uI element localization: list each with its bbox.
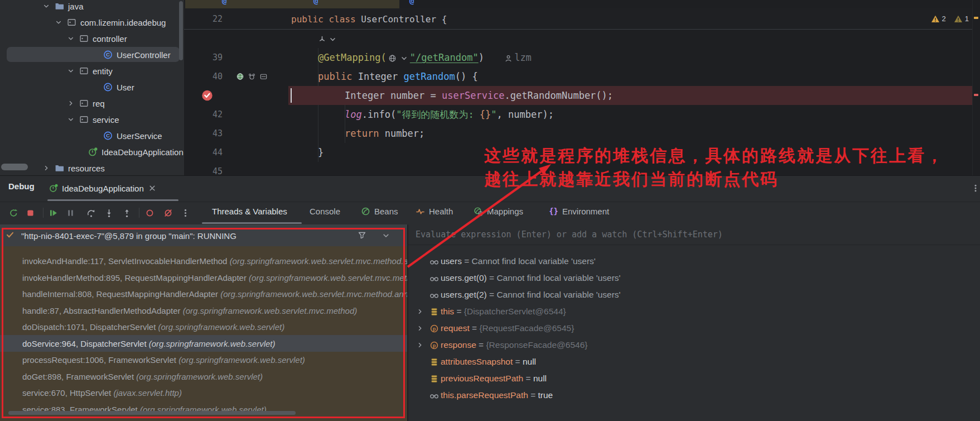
variable-row-previousrequestpath[interactable]: previousRequestPath = null <box>408 370 980 387</box>
tree-item-req[interactable]: req <box>0 95 184 111</box>
code-text: return number; <box>345 128 424 139</box>
filter-icon[interactable] <box>358 231 366 240</box>
stack-frame-row[interactable]: processRequest:1006, FrameworkServlet (o… <box>0 351 407 368</box>
tree-item-usercontroller[interactable]: CUserController <box>0 47 184 62</box>
breakpoint-icon[interactable] <box>201 90 213 102</box>
tree-item-java[interactable]: java <box>0 0 184 13</box>
line-number[interactable]: 44 <box>213 147 229 157</box>
stack-frame-row[interactable]: invokeAndHandle:117, ServletInvocableHan… <box>0 252 407 269</box>
pause-icon[interactable] <box>66 208 75 218</box>
stack-frame-row[interactable]: doService:964, DispatcherServlet (org.sp… <box>0 335 407 352</box>
svg-text:C: C <box>106 84 110 90</box>
tree-item-entity[interactable]: entity <box>0 63 184 78</box>
tree-horizontal-scrollbar[interactable] <box>1 164 28 170</box>
stack-frame-row[interactable]: service:883, FrameworkServlet (org.sprin… <box>0 401 407 418</box>
tree-item-user[interactable]: CUser <box>0 79 184 94</box>
close-icon[interactable] <box>148 184 157 193</box>
svg-text:p: p <box>432 326 436 331</box>
stack-frame-row[interactable]: handleInternal:808, RequestMappingHandle… <box>0 285 407 302</box>
tab-beans[interactable]: Beans <box>361 207 398 216</box>
bean-in-icon[interactable] <box>318 35 326 44</box>
code-token: () { <box>455 71 478 82</box>
editor-scrollbar[interactable] <box>972 0 980 175</box>
variable-row-this[interactable]: this = {DispatcherServlet@6544} <box>408 303 980 320</box>
expand-chevron-icon[interactable] <box>416 341 427 349</box>
frame-signature: invokeHandlerMethod:895, RequestMappingH… <box>22 272 249 282</box>
tree-item-userservice[interactable]: CUserService <box>0 128 184 143</box>
tree-item-com-lizemin-ideadebug[interactable]: com.lizemin.ideadebug <box>0 15 184 30</box>
inspections-widget[interactable]: 2 1 <box>931 15 969 23</box>
chev-down-icon[interactable] <box>42 2 50 10</box>
evaluate-expression-field[interactable]: Evaluate expression (Enter) or add a wat… <box>408 224 980 245</box>
breakpoint-stripe-mark[interactable] <box>974 94 978 96</box>
stack-frame-row[interactable]: service:670, HttpServlet (javax.servlet.… <box>0 384 407 401</box>
tab-health[interactable]: Health <box>416 207 453 216</box>
resume-icon[interactable] <box>49 208 58 218</box>
stop-icon[interactable] <box>26 208 35 218</box>
debug-session-tab[interactable]: IdeaDebugApplication <box>49 179 157 197</box>
line-number[interactable]: 45 <box>213 166 229 175</box>
gconsole-icon[interactable] <box>259 73 268 81</box>
tab-console[interactable]: Console <box>310 207 340 216</box>
code-token: } <box>318 147 324 158</box>
variable-row-request[interactable]: prequest = {RequestFacade@6545} <box>408 320 980 337</box>
step-over-icon[interactable] <box>86 208 96 218</box>
variable-row-this-parserequestpath[interactable]: this.parseRequestPath = true <box>408 387 980 404</box>
tab-mappings[interactable]: Mappings <box>474 207 523 216</box>
warning-stripe-mark[interactable] <box>974 17 978 19</box>
stack-frame-row[interactable]: invokeHandlerMethod:895, RequestMappingH… <box>0 269 407 286</box>
chev-right-icon[interactable] <box>42 164 50 172</box>
variable-row-response[interactable]: presponse = {ResponseFacade@6546} <box>408 337 980 353</box>
chev-down-icon[interactable] <box>67 35 75 42</box>
advice-icon[interactable] <box>248 73 256 81</box>
chev-down-icon[interactable] <box>67 67 75 75</box>
line-number[interactable]: 39 <box>213 52 229 63</box>
warning-badge[interactable]: 2 <box>931 15 946 23</box>
thread-row[interactable]: "http-nio-8401-exec-7"@5,879 in group "m… <box>0 224 407 246</box>
chev-down-icon[interactable] <box>329 35 337 44</box>
endpoint-icon[interactable] <box>236 73 244 81</box>
rerun-icon[interactable] <box>9 208 18 218</box>
frames-panel: "http-nio-8401-exec-7"@5,879 in group "m… <box>0 224 407 421</box>
weak-warning-badge[interactable]: 1 <box>954 15 969 23</box>
variable-row-users[interactable]: users = Cannot find local variable 'user… <box>408 253 980 270</box>
line-number[interactable]: 42 <box>213 109 229 119</box>
variable-row-users-get-2[interactable]: users.get(2) = Cannot find local variabl… <box>408 286 980 303</box>
view-breakpoints-icon[interactable] <box>145 208 155 218</box>
variable-row-attributessnapshot[interactable]: attributesSnapshot = null <box>408 353 980 370</box>
chev-right-icon[interactable] <box>67 99 75 107</box>
step-out-icon[interactable] <box>122 208 132 218</box>
package-icon <box>79 34 89 43</box>
step-into-icon[interactable] <box>104 208 114 218</box>
code-text: Integer number = userService.getRandomNu… <box>345 90 613 101</box>
frame-text: handleInternal:808, RequestMappingHandle… <box>22 289 407 299</box>
tab-environment[interactable]: {}Environment <box>549 207 609 216</box>
stack-frame-row[interactable]: doDispatch:1071, DispatcherServlet (org.… <box>0 318 407 335</box>
line-number[interactable]: 43 <box>213 128 229 138</box>
variable-row-users-get-0[interactable]: users.get(0) = Cannot find local variabl… <box>408 270 980 286</box>
tree-item-controller[interactable]: controller <box>0 31 184 46</box>
chev-down-icon[interactable] <box>55 18 62 26</box>
stack-frame-row[interactable]: doGet:898, FrameworkServlet (org.springf… <box>0 368 407 385</box>
tree-item-ideadebugapplication[interactable]: IdeaDebugApplication <box>0 144 184 159</box>
more-options-icon[interactable] <box>971 184 980 193</box>
tree-vertical-scrollbar[interactable] <box>179 1 183 60</box>
expand-chevron-icon[interactable] <box>416 324 427 332</box>
mute-breakpoints-icon[interactable] <box>163 208 173 218</box>
chev-down-icon[interactable] <box>67 116 75 123</box>
thread-chevron-icon[interactable] <box>382 231 390 240</box>
more-icon[interactable] <box>181 208 190 218</box>
tab-threads-variables[interactable]: Threads & Variables <box>212 207 287 216</box>
equals-sign: = <box>462 256 472 266</box>
code-token: public <box>318 71 358 82</box>
editor-line: 44} <box>184 143 980 162</box>
code-token: getRandom <box>404 71 455 82</box>
tree-item-service[interactable]: service <box>0 112 184 127</box>
frame-package: (org.springframework.web.servlet.mvc.met… <box>220 289 407 299</box>
toolbar-separator <box>139 208 139 218</box>
line-number[interactable]: 40 <box>213 71 229 82</box>
editor-line: 39@GetMapping("/getRandom") lzm <box>184 48 980 67</box>
stack-frame-row[interactable]: handle:87, AbstractHandlerMethodAdapter … <box>0 302 407 319</box>
expand-chevron-icon[interactable] <box>416 308 427 315</box>
frames-horizontal-scrollbar[interactable] <box>8 411 296 415</box>
